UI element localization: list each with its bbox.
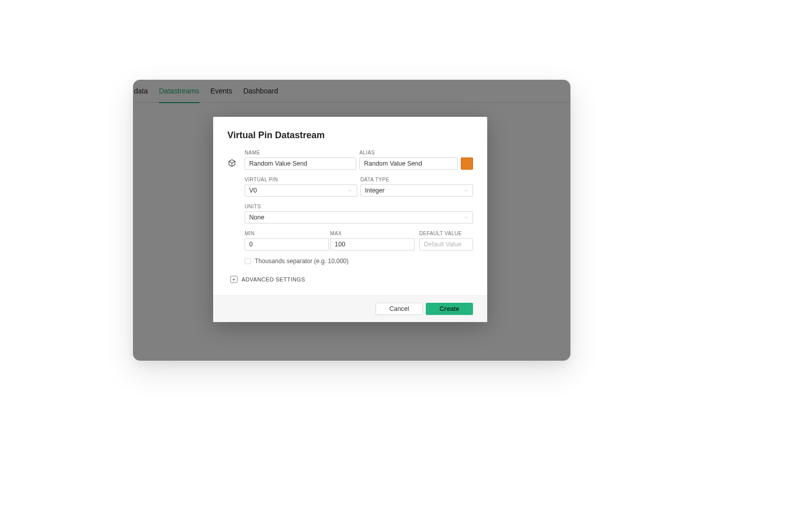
create-button[interactable]: Create xyxy=(426,303,473,315)
app-window: data Datastreams Events Dashboard Virtua… xyxy=(133,80,570,361)
advanced-settings-toggle[interactable]: + ADVANCED SETTINGS xyxy=(230,276,473,283)
field-alias: ALIAS xyxy=(359,150,458,170)
select-data-type-value: Integer xyxy=(365,187,385,194)
chevron-down-icon xyxy=(463,215,468,220)
field-default-value: DEFAULT VALUE xyxy=(419,231,473,250)
chevron-down-icon xyxy=(348,188,353,193)
label-alias: ALIAS xyxy=(359,150,458,155)
row-min-max-default: MIN MAX DEFAULT VALUE xyxy=(245,231,473,250)
field-name: NAME xyxy=(245,150,356,170)
input-min[interactable] xyxy=(245,238,329,250)
modal-footer: Cancel Create xyxy=(213,295,487,322)
advanced-settings-label: ADVANCED SETTINGS xyxy=(242,276,305,282)
field-max: MAX xyxy=(330,231,415,250)
field-virtual-pin: VIRTUAL PIN V0 xyxy=(245,177,357,197)
select-virtual-pin-value: V0 xyxy=(249,187,257,194)
label-name: NAME xyxy=(245,150,356,155)
color-picker[interactable] xyxy=(461,157,473,170)
modal-body: Virtual Pin Datastream NAME xyxy=(213,117,487,295)
field-min: MIN xyxy=(245,231,329,250)
icon-column xyxy=(227,150,239,283)
row-pin-type: VIRTUAL PIN V0 DATA TYPE Integer xyxy=(245,177,473,197)
thousands-separator-row: Thousands separator (e.g. 10,000) xyxy=(245,258,473,265)
fields-column: NAME ALIAS VIRTUAL PIN xyxy=(245,150,473,283)
label-data-type: DATA TYPE xyxy=(360,177,473,182)
label-default-value: DEFAULT VALUE xyxy=(419,231,473,236)
cancel-button[interactable]: Cancel xyxy=(376,303,423,315)
field-units: UNITS None xyxy=(245,204,473,224)
select-data-type[interactable]: Integer xyxy=(360,184,473,197)
row-units: UNITS None xyxy=(245,204,473,224)
label-min: MIN xyxy=(245,231,329,236)
select-virtual-pin[interactable]: V0 xyxy=(245,184,357,197)
cube-icon xyxy=(227,158,236,168)
input-name[interactable] xyxy=(245,157,356,170)
label-max: MAX xyxy=(330,231,415,236)
select-units-value: None xyxy=(249,214,264,221)
input-default-value[interactable] xyxy=(419,238,473,250)
thousands-separator-label: Thousands separator (e.g. 10,000) xyxy=(255,258,349,265)
plus-icon: + xyxy=(230,276,238,283)
thousands-separator-checkbox[interactable] xyxy=(245,258,251,264)
chevron-down-icon xyxy=(463,188,468,193)
select-units[interactable]: None xyxy=(245,211,473,224)
label-virtual-pin: VIRTUAL PIN xyxy=(245,177,357,182)
datastream-modal: Virtual Pin Datastream NAME xyxy=(213,117,487,322)
field-data-type: DATA TYPE Integer xyxy=(360,177,473,197)
modal-title: Virtual Pin Datastream xyxy=(227,130,473,141)
input-alias[interactable] xyxy=(359,157,458,170)
row-name-alias: NAME ALIAS xyxy=(245,150,473,170)
form-area: NAME ALIAS VIRTUAL PIN xyxy=(227,150,473,283)
input-max[interactable] xyxy=(330,238,415,250)
label-units: UNITS xyxy=(245,204,473,209)
